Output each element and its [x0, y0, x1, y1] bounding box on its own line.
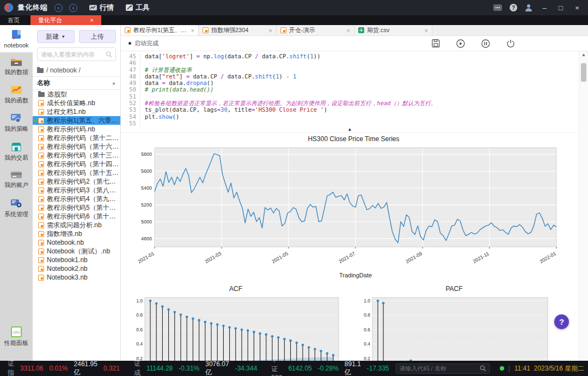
svg-text:5200: 5200	[141, 202, 152, 208]
svg-text:4800: 4800	[141, 236, 152, 241]
sidebar-item-notebook[interactable]: notebook	[0, 25, 33, 52]
menu-tools[interactable]: 工具	[126, 3, 150, 13]
file-row[interactable]: 指数增强.nb	[33, 229, 120, 238]
sidebar-item-我的交易[interactable]: 我的交易	[0, 137, 33, 166]
floating-help-button[interactable]: ?	[554, 314, 569, 329]
file-name: 教程示例代码3（第八章）.nb	[47, 186, 119, 195]
nav-back-button[interactable]: ‹	[54, 4, 63, 12]
svg-text:5800: 5800	[141, 152, 152, 157]
new-button[interactable]: 新建▼	[37, 30, 75, 43]
notebook-file-icon	[38, 109, 44, 115]
run-icon[interactable]	[456, 39, 465, 48]
acf-stem-chart: 0.00.20.40.60.81.0	[128, 293, 343, 361]
file-row[interactable]: 需求或问题分析.nb	[33, 221, 120, 229]
file-row[interactable]: 教程示例代码（第十六章）.nb	[33, 142, 120, 151]
file-row[interactable]: Notebook（测试）.nb	[33, 247, 120, 256]
index-volume: 891.1亿	[345, 360, 361, 376]
file-row[interactable]: 教程示例代码（第十三章）.nb	[33, 151, 120, 160]
messages-icon[interactable]	[493, 4, 502, 11]
file-row[interactable]: Notebook2.nb	[33, 264, 120, 273]
upload-button[interactable]: 上传	[79, 30, 117, 43]
sidebar-item-我的数据[interactable]: 我的数据	[0, 52, 33, 81]
document-tab-label: 指数增强2304	[211, 26, 266, 34]
close-button[interactable]: ×	[573, 4, 581, 12]
file-row[interactable]: 教程示例代码2（第七章）.nb	[33, 177, 120, 186]
document-tab[interactable]: 教程示例1(第五、六章).nb ×	[121, 25, 199, 35]
sidebar-item-我的账户[interactable]: 我的账户	[0, 166, 33, 194]
svg-text:?: ?	[512, 5, 515, 11]
index-pct-change: -0.28%	[318, 365, 339, 372]
file-search[interactable]	[37, 47, 116, 61]
document-tab[interactable]: 开仓-演示 ×	[277, 25, 354, 35]
quotes-chart-icon	[89, 4, 97, 11]
search-icon	[106, 51, 112, 58]
minimize-button[interactable]: –	[540, 4, 549, 12]
document-tab[interactable]: 期货.csv ×	[354, 25, 432, 35]
nav-forward-button[interactable]: ›	[69, 4, 77, 12]
tab-home[interactable]: 首页	[0, 15, 30, 25]
close-tab-icon[interactable]: ×	[90, 17, 94, 23]
maximize-button[interactable]: □	[556, 4, 565, 12]
sidebar-item-我的策略[interactable]: 我的策略	[0, 109, 33, 137]
file-row[interactable]: Notebook3.nb	[33, 273, 120, 282]
ticker-search[interactable]	[396, 363, 490, 374]
menu-quotes[interactable]: 行情	[89, 3, 114, 13]
sidebar-item-我的函数[interactable]: 我的函数	[0, 81, 33, 109]
ticker-search-input[interactable]	[400, 365, 477, 372]
vertical-scrollbar[interactable]: ▲	[579, 51, 588, 361]
file-row[interactable]: 成长价值策略.nb	[33, 99, 120, 107]
app-title: 量化终端	[17, 3, 48, 13]
my-trades-icon	[10, 142, 22, 152]
svg-text:2021-07: 2021-07	[338, 251, 356, 264]
code-editor[interactable]: data['logret'] = np.log(data.CP / data.C…	[140, 53, 437, 126]
notebook-file-icon	[203, 27, 209, 33]
file-name: 教程示例代码.nb	[47, 125, 95, 134]
close-tab-icon[interactable]: ×	[347, 27, 350, 34]
close-tab-icon[interactable]: ×	[269, 27, 272, 34]
file-row[interactable]: 过程文档1.nb	[33, 107, 120, 116]
file-row[interactable]: 教程示例代码3（第八章）.nb	[33, 186, 120, 195]
sidebar-item-label: 系统管理	[4, 210, 28, 219]
notebook-file-icon	[38, 222, 44, 228]
file-name: 需求或问题分析.nb	[47, 221, 102, 230]
code-cell[interactable]: 4546474849505152535455 data['logret'] = …	[121, 51, 579, 126]
svg-text:5000: 5000	[141, 219, 152, 225]
breadcrumb[interactable]: / notebook /	[33, 65, 120, 76]
close-tab-icon[interactable]: ×	[191, 27, 194, 34]
name-column-header[interactable]: 名称 ▲	[33, 76, 120, 90]
file-row[interactable]: 教程示例代码5（第十章）.nb	[33, 203, 120, 212]
sidebar-item-性能面板[interactable]: CPU 性能面板	[0, 323, 33, 351]
file-row[interactable]: 教程示例代码（第十五章）.nb	[33, 168, 120, 177]
file-row[interactable]: 教程示例代码6（第十一章）.nb	[33, 212, 120, 221]
sidebar-rail: notebook 我的数据 我的函数 我的策略 我的交易 我的账户 系统管理 C…	[0, 25, 33, 361]
file-row[interactable]: Notebook1.nb	[33, 256, 120, 264]
file-row[interactable]: 教程示例1(第五、六章).nb	[33, 116, 120, 125]
file-row[interactable]: 教程示例代码（第十四章）.nb	[33, 160, 120, 168]
pause-icon[interactable]	[481, 39, 490, 48]
file-row[interactable]: 教程示例代码.nb	[33, 125, 120, 134]
folder-icon	[38, 92, 45, 97]
sidebar-item-系统管理[interactable]: 系统管理	[0, 194, 33, 222]
save-icon[interactable]	[432, 39, 440, 47]
tab-quant-platform[interactable]: 量化平台 ×	[30, 15, 101, 25]
file-search-input[interactable]	[41, 51, 103, 58]
file-name: 教程示例代码（第十二章）.nb	[47, 134, 119, 143]
index-volume: 3076.07亿	[205, 360, 229, 376]
sort-asc-icon[interactable]: ▲	[112, 81, 116, 86]
file-name: 教程示例1(第五、六章).nb	[47, 116, 119, 125]
shutdown-icon[interactable]	[506, 39, 515, 48]
file-row[interactable]: Notebook.nb	[33, 238, 120, 247]
user-icon[interactable]	[525, 4, 532, 11]
close-tab-icon[interactable]: ×	[425, 27, 428, 34]
notebook-file-icon	[125, 27, 131, 33]
help-icon[interactable]: ?	[510, 4, 517, 11]
scroll-up-icon[interactable]: ▲	[579, 52, 588, 57]
file-row[interactable]: 教程示例代码4（第九章）.nb	[33, 195, 120, 203]
scrollbar-thumb[interactable]	[581, 63, 586, 82]
collapse-output-handle[interactable]: ▲	[121, 126, 579, 133]
file-name: 过程文档1.nb	[47, 107, 85, 117]
file-row[interactable]: 教程示例代码（第十二章）.nb	[33, 134, 120, 142]
file-row[interactable]: 选股型	[33, 90, 120, 99]
document-tab[interactable]: 指数增强2304 ×	[199, 25, 277, 35]
notebook-file-icon	[38, 144, 44, 150]
